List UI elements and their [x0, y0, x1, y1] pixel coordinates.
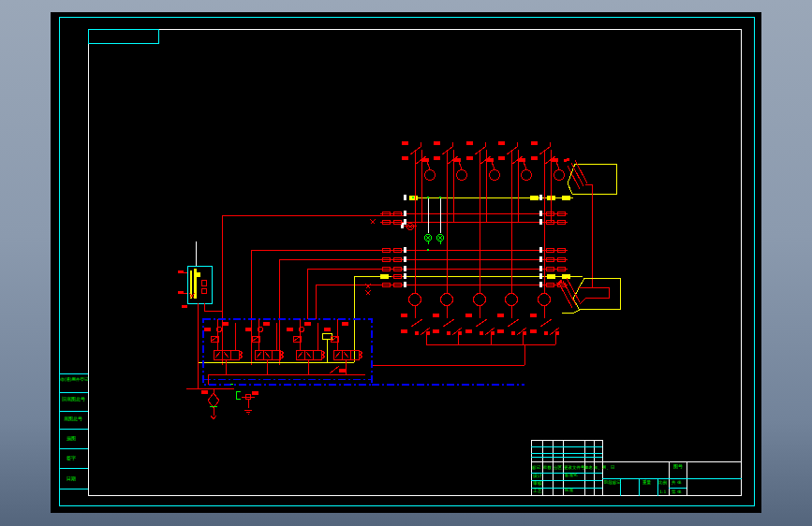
torch-connector-1 — [564, 159, 616, 287]
side-strip-grid — [60, 373, 89, 489]
filter-drain — [186, 388, 258, 419]
yellow-connector-stubs — [380, 196, 569, 278]
title-block-grid — [531, 440, 742, 496]
side-strip-row: 描图 — [66, 436, 76, 441]
relay-unit — [402, 142, 436, 294]
field-sheet-no: 第 张 — [672, 490, 681, 495]
detail-box — [89, 30, 159, 44]
relay-unit — [434, 142, 467, 294]
side-strip-row: 签字 — [66, 456, 76, 460]
sign-check: 审核 — [533, 481, 542, 486]
field-weight: 重量 — [642, 481, 651, 486]
solenoid-unit — [530, 294, 559, 345]
outer-border — [60, 18, 755, 506]
cad-window: 借(通)用件登记 旧底图总号 底图总号 描图 签字 日期 标记 处数 分区 更改… — [0, 0, 812, 526]
sign-standard: 标准化 — [565, 474, 578, 478]
sign-design: 设计 — [533, 474, 542, 478]
sign-approve: 批准 — [565, 489, 573, 493]
rev-col-docno: 更改文件号 — [564, 466, 585, 471]
side-strip-row: 日期 — [66, 476, 76, 481]
field-drawing-code: 图号 — [673, 464, 683, 469]
solenoid-unit — [497, 294, 526, 345]
fuse-groups — [366, 197, 568, 296]
rev-col-zone: 分区 — [554, 466, 562, 471]
relay-unit — [498, 142, 532, 294]
field-sheets-total: 共 张 — [672, 481, 681, 486]
directional-valves — [204, 319, 365, 385]
feeder-lines — [222, 215, 404, 365]
sign-process: 工艺 — [533, 489, 542, 493]
side-strip-row: 借(通)用件登记 — [60, 378, 88, 383]
field-scale: 比例 — [658, 481, 667, 486]
rev-col-mark: 标记 — [532, 466, 540, 471]
torch-connector-2 — [557, 278, 620, 314]
solenoid-unit — [401, 294, 430, 345]
directional-valve — [204, 319, 243, 374]
solenoid-unit — [465, 294, 495, 345]
relay-bank-bottom — [372, 294, 559, 366]
rev-col-sign: 签名 — [584, 466, 593, 471]
directional-valve — [287, 319, 325, 374]
pump-unit — [178, 266, 222, 388]
directional-valve — [324, 319, 362, 374]
solenoid-unit — [433, 294, 462, 345]
relay-unit — [466, 142, 500, 294]
pilot-sense-lines — [196, 198, 444, 266]
field-scale-value: 1:1 — [659, 490, 666, 495]
side-strip-row: 底图总号 — [64, 416, 82, 421]
rev-col-date: 年、月、日 — [594, 466, 615, 471]
side-strip-row: 旧底图总号 — [62, 397, 85, 402]
cad-viewport[interactable] — [0, 0, 812, 526]
field-stage: 阶段标记 — [604, 481, 621, 486]
rev-col-count: 处数 — [543, 466, 552, 471]
